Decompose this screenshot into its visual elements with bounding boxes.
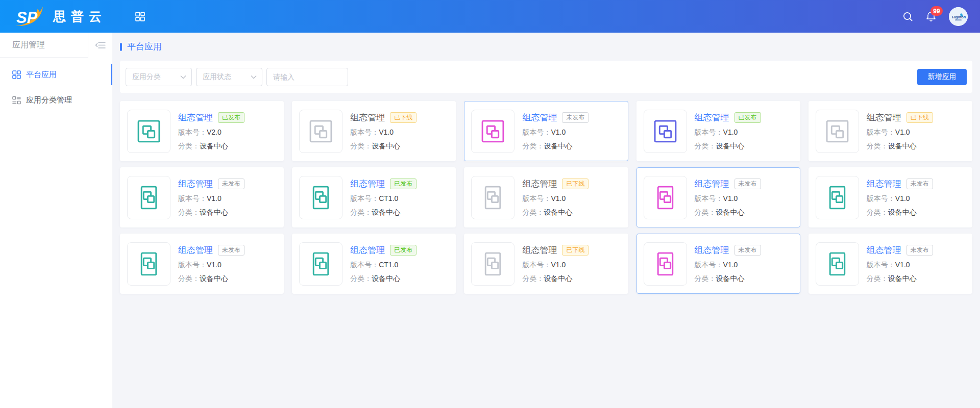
app-title[interactable]: 组态管理 <box>522 244 557 256</box>
category-label: 分类： <box>522 208 544 216</box>
app-card[interactable]: 组态管理 已下线 版本号：V1.0 分类：设备中心 <box>292 101 456 161</box>
app-icon <box>127 110 170 153</box>
app-title[interactable]: 组态管理 <box>695 178 729 190</box>
version-value: V1.0 <box>723 128 738 136</box>
category-value: 设备中心 <box>200 208 228 216</box>
app-icon <box>299 176 342 219</box>
app-title[interactable]: 组态管理 <box>178 112 213 123</box>
user-avatar[interactable]: Hignton <box>949 7 968 26</box>
status-badge: 已发布 <box>390 178 416 189</box>
sidebar-collapse-icon[interactable] <box>88 33 112 58</box>
app-card[interactable]: 组态管理 已下线 版本号：V1.0 分类：设备中心 <box>808 101 972 161</box>
app-card[interactable]: 组态管理 已下线 版本号：V1.0 分类：设备中心 <box>464 234 628 294</box>
version-value: V1.0 <box>551 194 566 202</box>
main-content: 平台应用 应用分类 应用状态 新增应用 组态管理 已发布 版本号：V2.0 <box>112 33 980 408</box>
app-card[interactable]: 组态管理 已发布 版本号：CT1.0 分类：设备中心 <box>292 167 456 227</box>
sidebar-item-platform-apps[interactable]: 平台应用 <box>0 62 112 87</box>
version-value: V1.0 <box>379 128 394 136</box>
version-label: 版本号： <box>867 261 895 269</box>
app-title[interactable]: 组态管理 <box>350 244 385 256</box>
category-label: 分类： <box>178 208 200 216</box>
version-value: CT1.0 <box>379 194 398 202</box>
category-label: 分类： <box>350 142 372 150</box>
status-badge: 未发布 <box>906 245 933 256</box>
app-title[interactable]: 组态管理 <box>178 178 213 190</box>
brand-name: 思普云 <box>53 8 107 25</box>
version-label: 版本号： <box>350 261 379 269</box>
app-icon <box>471 176 514 219</box>
app-title[interactable]: 组态管理 <box>522 178 557 190</box>
status-badge: 未发布 <box>906 178 933 189</box>
app-card[interactable]: 组态管理 已下线 版本号：V1.0 分类：设备中心 <box>464 167 628 227</box>
app-card[interactable]: 组态管理 未发布 版本号：V1.0 分类：设备中心 <box>636 167 800 227</box>
app-category-select[interactable]: 应用分类 <box>126 68 192 86</box>
app-card[interactable]: 组态管理 未发布 版本号：V1.0 分类：设备中心 <box>636 234 800 294</box>
version-value: V1.0 <box>895 128 910 136</box>
page-title: 平台应用 <box>127 41 162 53</box>
version-value: V1.0 <box>207 261 222 269</box>
category-value: 设备中心 <box>372 208 400 216</box>
app-icon <box>644 242 687 286</box>
app-icon <box>816 110 859 153</box>
select-placeholder: 应用分类 <box>132 72 180 82</box>
version-label: 版本号： <box>522 261 551 269</box>
category-label: 分类： <box>867 274 888 283</box>
app-title[interactable]: 组态管理 <box>695 112 729 123</box>
category-label: 分类： <box>695 274 716 283</box>
sidebar-item-label: 平台应用 <box>26 70 57 80</box>
version-value: V1.0 <box>895 194 910 202</box>
status-badge: 未发布 <box>734 245 761 256</box>
app-card[interactable]: 组态管理 未发布 版本号：V1.0 分类：设备中心 <box>120 167 284 227</box>
category-value: 设备中心 <box>544 274 572 283</box>
category-label: 分类： <box>867 208 888 216</box>
status-badge: 未发布 <box>562 112 589 123</box>
app-status-select[interactable]: 应用状态 <box>196 68 262 86</box>
sidebar-item-app-category-management[interactable]: 应用分类管理 <box>0 87 112 113</box>
version-value: V1.0 <box>723 261 738 269</box>
app-icon <box>816 176 859 219</box>
app-card[interactable]: 组态管理 已发布 版本号：V2.0 分类：设备中心 <box>120 101 284 161</box>
app-title[interactable]: 组态管理 <box>350 112 385 123</box>
search-input[interactable] <box>266 68 348 86</box>
status-badge: 已下线 <box>562 245 589 256</box>
category-label: 分类： <box>350 274 372 283</box>
app-title[interactable]: 组态管理 <box>522 112 557 123</box>
add-app-button[interactable]: 新增应用 <box>917 69 967 85</box>
category-label: 分类： <box>350 208 372 216</box>
app-title[interactable]: 组态管理 <box>178 244 213 256</box>
status-badge: 已下线 <box>562 178 589 189</box>
version-label: 版本号： <box>522 128 551 136</box>
sidebar-item-label: 应用分类管理 <box>26 95 72 105</box>
category-value: 设备中心 <box>372 142 400 150</box>
version-label: 版本号： <box>350 128 379 136</box>
app-card[interactable]: 组态管理 未发布 版本号：V1.0 分类：设备中心 <box>808 167 972 227</box>
category-value: 设备中心 <box>544 142 572 150</box>
version-value: V2.0 <box>207 128 222 136</box>
app-title[interactable]: 组态管理 <box>867 112 901 123</box>
app-card[interactable]: 组态管理 已发布 版本号：V1.0 分类：设备中心 <box>636 101 800 161</box>
app-card[interactable]: 组态管理 未发布 版本号：V1.0 分类：设备中心 <box>120 234 284 294</box>
app-card[interactable]: 组态管理 已发布 版本号：CT1.0 分类：设备中心 <box>292 234 456 294</box>
apps-grid-icon[interactable] <box>135 12 145 21</box>
app-icon <box>299 110 342 153</box>
version-label: 版本号： <box>178 128 207 136</box>
brand-logo: SP 思普云 <box>14 5 107 28</box>
status-badge: 未发布 <box>218 178 244 189</box>
version-value: V1.0 <box>895 261 910 269</box>
version-label: 版本号： <box>350 194 379 202</box>
category-label: 分类： <box>867 142 888 150</box>
notification-bell-icon[interactable]: 99 <box>925 11 937 22</box>
category-value: 设备中心 <box>372 274 400 283</box>
app-title[interactable]: 组态管理 <box>867 244 901 256</box>
category-value: 设备中心 <box>200 142 228 150</box>
app-title[interactable]: 组态管理 <box>867 178 901 190</box>
app-card[interactable]: 组态管理 未发布 版本号：V1.0 分类：设备中心 <box>808 234 972 294</box>
app-card[interactable]: 组态管理 未发布 版本号：V1.0 分类：设备中心 <box>464 101 628 161</box>
search-icon[interactable] <box>902 11 913 22</box>
app-title[interactable]: 组态管理 <box>695 244 729 256</box>
notification-count-badge: 99 <box>930 6 943 16</box>
category-label: 分类： <box>695 208 716 216</box>
version-value: V1.0 <box>551 261 566 269</box>
app-icon <box>299 242 342 286</box>
app-title[interactable]: 组态管理 <box>350 178 385 190</box>
